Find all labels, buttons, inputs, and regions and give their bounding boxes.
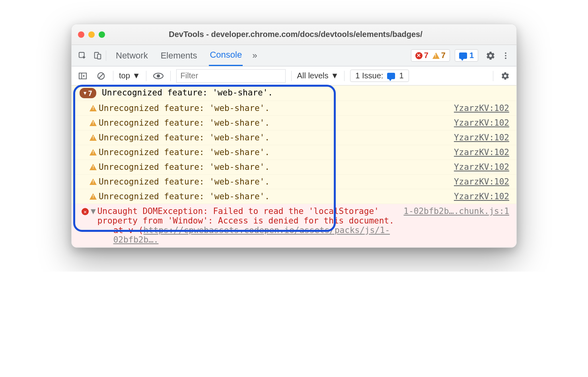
warning-icon	[88, 148, 99, 155]
devtools-window: DevTools - developer.chrome.com/docs/dev…	[71, 24, 517, 248]
divider	[113, 71, 113, 81]
tab-network[interactable]: Network	[115, 46, 149, 66]
triangle-down-icon[interactable]: ▼	[91, 206, 96, 216]
warning-icon	[88, 192, 99, 200]
console-messages: ▼ 7 Unrecognized feature: 'web-share'. U…	[72, 86, 516, 247]
svg-point-4	[505, 55, 506, 56]
console-warning-row[interactable]: Unrecognized feature: 'web-share'.YzarzK…	[72, 175, 516, 189]
error-text: Uncaught DOMException: Failed to read th…	[97, 206, 394, 225]
stack-prefix: at v (	[113, 225, 144, 235]
issue-icon	[459, 52, 467, 59]
panel-tabs: Network Elements Console	[115, 45, 243, 66]
chevron-down-icon: ▼	[132, 71, 140, 80]
error-icon: ✕	[80, 206, 91, 215]
group-count-badge: ▼ 7	[80, 88, 96, 98]
warning-source-link[interactable]: YzarzKV:102	[454, 192, 509, 201]
message-group-header[interactable]: ▼ 7 Unrecognized feature: 'web-share'.	[72, 86, 516, 101]
console-error-row[interactable]: ✕ ▼ Uncaught DOMException: Failed to rea…	[72, 204, 516, 247]
window-title: DevTools - developer.chrome.com/docs/dev…	[81, 30, 510, 39]
issues-count-2: 1	[399, 71, 403, 80]
issues-button[interactable]: 1 Issue: 1	[350, 70, 409, 82]
error-icon: ✕	[415, 52, 423, 59]
context-label: top	[119, 71, 130, 80]
issues-count: 1	[469, 51, 474, 60]
error-source-link[interactable]: 1-02bfb2b….chunk.js:1	[403, 206, 509, 216]
context-selector[interactable]: top ▼	[119, 71, 140, 80]
errors-counter[interactable]: ✕ 7	[415, 51, 428, 60]
warning-source-link[interactable]: YzarzKV:102	[454, 177, 509, 187]
more-tabs-icon[interactable]: »	[252, 51, 257, 61]
group-count: 7	[88, 89, 92, 97]
warning-source-link[interactable]: YzarzKV:102	[454, 103, 509, 113]
warning-source-link[interactable]: YzarzKV:102	[454, 133, 509, 142]
error-message: Uncaught DOMException: Failed to read th…	[97, 206, 404, 245]
svg-point-12	[157, 74, 160, 78]
levels-label: All levels	[297, 71, 329, 80]
console-warning-row[interactable]: Unrecognized feature: 'web-share'.YzarzK…	[72, 101, 516, 116]
console-warning-row[interactable]: Unrecognized feature: 'web-share'.YzarzK…	[72, 189, 516, 204]
live-expression-icon[interactable]	[152, 70, 165, 82]
warning-source-link[interactable]: YzarzKV:102	[454, 148, 509, 157]
group-message: Unrecognized feature: 'web-share'.	[102, 88, 509, 97]
main-tab-bar: Network Elements Console » ✕ 7 7 1	[72, 45, 516, 66]
stack-link[interactable]: https://cpwebassets.codepen.io/assets/pa…	[113, 225, 390, 245]
console-warning-row[interactable]: Unrecognized feature: 'web-share'.YzarzK…	[72, 116, 516, 130]
divider	[106, 51, 106, 61]
issue-icon	[387, 73, 395, 79]
svg-rect-2	[97, 54, 101, 59]
warning-source-link[interactable]: YzarzKV:102	[454, 162, 509, 172]
warning-icon	[88, 177, 99, 185]
console-settings-icon[interactable]	[499, 70, 512, 82]
titlebar: DevTools - developer.chrome.com/docs/dev…	[72, 24, 516, 45]
chevron-down-icon: ▼	[331, 71, 339, 80]
warning-icon	[88, 133, 99, 141]
issues-label: 1 Issue:	[355, 71, 383, 80]
warning-source-link[interactable]: YzarzKV:102	[454, 118, 509, 128]
divider	[493, 71, 493, 81]
warnings-counter[interactable]: 7	[432, 51, 446, 60]
svg-point-5	[505, 57, 506, 59]
svg-line-10	[99, 74, 103, 78]
console-warning-row[interactable]: Unrecognized feature: 'web-share'.YzarzK…	[72, 130, 516, 145]
warning-icon	[88, 162, 99, 170]
warning-message: Unrecognized feature: 'web-share'.	[99, 148, 454, 157]
warning-icon	[432, 52, 440, 59]
inspect-element-icon[interactable]	[76, 49, 89, 62]
console-toolbar: top ▼ All levels ▼ 1 Issue: 1	[72, 66, 516, 86]
log-levels-selector[interactable]: All levels ▼	[297, 71, 339, 80]
issues-counter[interactable]: 1	[455, 49, 478, 62]
settings-icon[interactable]	[484, 49, 497, 62]
kebab-menu-icon[interactable]	[499, 49, 512, 62]
console-warning-row[interactable]: Unrecognized feature: 'web-share'.YzarzK…	[72, 145, 516, 160]
console-warning-row[interactable]: Unrecognized feature: 'web-share'.YzarzK…	[72, 160, 516, 175]
errors-count: 7	[424, 51, 428, 60]
warning-message: Unrecognized feature: 'web-share'.	[99, 177, 454, 187]
tab-console[interactable]: Console	[209, 45, 243, 66]
tab-elements[interactable]: Elements	[160, 46, 198, 66]
device-toggle-icon[interactable]	[91, 49, 104, 62]
warning-message: Unrecognized feature: 'web-share'.	[99, 118, 454, 128]
warning-message: Unrecognized feature: 'web-share'.	[99, 133, 454, 142]
filter-input[interactable]	[176, 69, 286, 83]
sidebar-toggle-icon[interactable]	[76, 70, 89, 82]
warning-icon	[88, 118, 99, 126]
divider	[170, 71, 171, 81]
warning-message: Unrecognized feature: 'web-share'.	[99, 192, 454, 201]
clear-console-icon[interactable]	[95, 70, 107, 82]
warning-icon	[88, 103, 99, 111]
warnings-count: 7	[441, 51, 446, 60]
divider	[344, 71, 345, 81]
triangle-down-icon: ▼	[84, 90, 86, 96]
warning-message: Unrecognized feature: 'web-share'.	[99, 103, 454, 113]
svg-marker-8	[83, 75, 85, 77]
svg-point-3	[505, 52, 506, 54]
status-counters[interactable]: ✕ 7 7	[411, 49, 450, 62]
warning-message: Unrecognized feature: 'web-share'.	[99, 162, 454, 172]
divider	[291, 71, 292, 81]
svg-rect-6	[79, 73, 86, 79]
divider	[146, 71, 146, 81]
